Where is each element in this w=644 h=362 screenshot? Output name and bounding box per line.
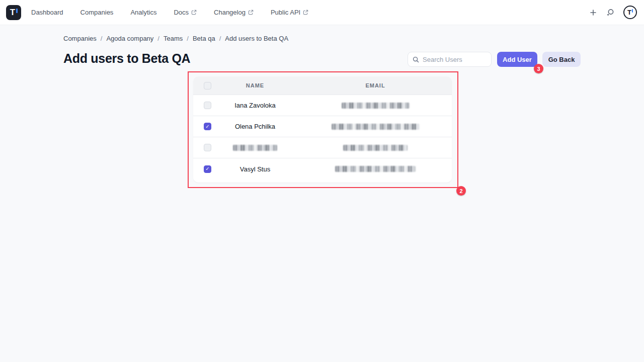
redacted-email <box>332 124 420 130</box>
nav-label: Dashboard <box>31 9 63 16</box>
breadcrumb-separator: / <box>187 35 189 42</box>
nav-label: Changelog <box>214 9 246 16</box>
table-header-row: NAME EMAIL <box>193 76 452 95</box>
external-link-icon <box>303 10 308 15</box>
add-icon[interactable] <box>589 9 597 17</box>
nav-item-dashboard[interactable]: Dashboard <box>31 9 63 16</box>
go-back-button[interactable]: Go Back <box>542 52 581 67</box>
avatar-accent-mark <box>632 9 633 13</box>
app-window: T Dashboard Companies Analytics Docs Cha… <box>0 0 644 362</box>
redacted-email <box>342 103 410 109</box>
page-title: Add users to Beta QA <box>63 51 190 66</box>
primary-nav: Dashboard Companies Analytics Docs Chang… <box>31 9 308 16</box>
table-row: Iana Zavoloka <box>193 95 452 116</box>
nav-item-public-api[interactable]: Public API <box>271 9 308 16</box>
user-avatar[interactable]: T <box>623 6 637 19</box>
breadcrumb-agoda-company[interactable]: Agoda company <box>106 35 153 42</box>
users-table: NAME EMAIL Iana Zavoloka Olena Pchilka <box>193 76 452 183</box>
table-row: Vasyl Stus <box>193 158 452 179</box>
logo-accent-mark <box>16 9 18 13</box>
breadcrumb-beta-qa[interactable]: Beta qa <box>193 35 215 42</box>
user-name: Olena Pchilka <box>235 123 275 130</box>
redacted-email <box>335 166 416 172</box>
external-link-icon <box>191 10 197 15</box>
external-link-icon <box>248 10 254 15</box>
quick-search-icon[interactable] <box>606 8 615 17</box>
nav-item-companies[interactable]: Companies <box>80 9 114 16</box>
breadcrumb-separator: / <box>219 35 221 42</box>
breadcrumb-separator: / <box>157 35 159 42</box>
search-icon <box>413 56 419 63</box>
table-row: Olena Pchilka <box>193 116 452 137</box>
avatar-letter: T <box>627 9 631 16</box>
annotation-step-badge: 3 <box>534 64 543 73</box>
top-navigation-bar: T Dashboard Companies Analytics Docs Cha… <box>0 0 644 25</box>
search-users-input[interactable] <box>423 56 487 63</box>
breadcrumb-current-page: Add users to Beta QA <box>225 35 288 42</box>
row-checkbox[interactable] <box>204 144 211 151</box>
table-row <box>193 137 452 158</box>
breadcrumb-teams[interactable]: Teams <box>164 35 183 42</box>
breadcrumb-companies[interactable]: Companies <box>63 35 97 42</box>
breadcrumb: Companies / Agoda company / Teams / Beta… <box>63 35 288 42</box>
annotation-step-badge: 2 <box>456 186 466 196</box>
row-checkbox[interactable] <box>204 123 211 130</box>
redacted-name <box>233 145 277 151</box>
logo-letter: T <box>10 8 15 17</box>
row-checkbox[interactable] <box>204 102 211 109</box>
row-checkbox[interactable] <box>204 165 211 173</box>
user-name: Iana Zavoloka <box>234 102 276 109</box>
column-header-name: NAME <box>211 82 299 88</box>
select-all-checkbox[interactable] <box>204 82 211 89</box>
topbar-actions: T <box>589 6 637 19</box>
user-name: Vasyl Stus <box>240 165 270 173</box>
nav-label: Companies <box>80 9 114 16</box>
nav-label: Analytics <box>130 9 156 16</box>
redacted-email <box>343 145 408 151</box>
app-logo[interactable]: T <box>6 5 21 20</box>
add-user-button[interactable]: Add User <box>497 52 537 67</box>
nav-label: Public API <box>271 9 300 16</box>
nav-label: Docs <box>174 9 189 16</box>
search-users-box[interactable] <box>408 52 492 67</box>
breadcrumb-separator: / <box>101 35 103 42</box>
nav-item-analytics[interactable]: Analytics <box>130 9 156 16</box>
nav-item-docs[interactable]: Docs <box>174 9 197 16</box>
column-header-email: EMAIL <box>299 82 452 88</box>
nav-item-changelog[interactable]: Changelog <box>214 9 254 16</box>
